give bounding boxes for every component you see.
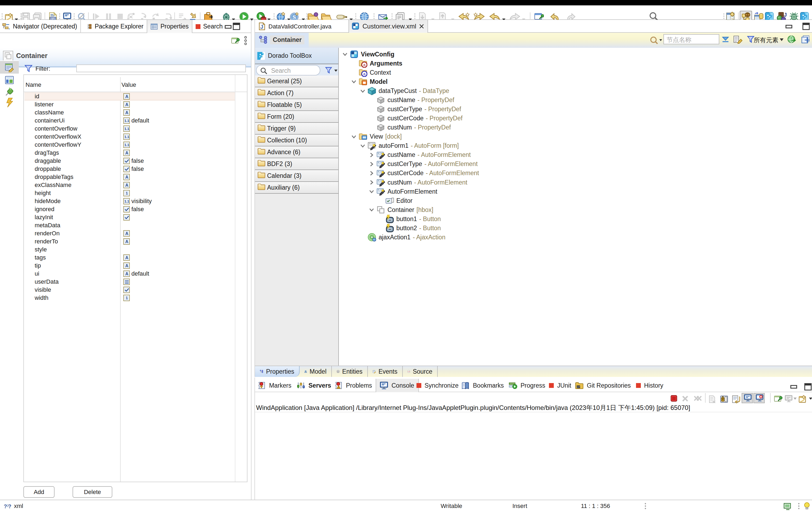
svg-text:S: S — [293, 14, 296, 21]
svg-text:A: A — [125, 183, 128, 187]
svg-text:1: 1 — [126, 296, 128, 300]
svg-text:1.1: 1.1 — [124, 199, 129, 203]
svg-text:a: a — [363, 63, 366, 67]
svg-text:J: J — [260, 24, 263, 30]
svg-text:1.1: 1.1 — [124, 127, 129, 131]
svg-text:1.1: 1.1 — [124, 135, 129, 139]
svg-text:1.1: 1.1 — [124, 143, 129, 147]
svg-text:?: ? — [8, 503, 11, 509]
svg-text:A: A — [125, 94, 128, 99]
svg-text:A: A — [125, 272, 128, 276]
svg-text:!: ! — [338, 386, 339, 389]
svg-text:1: 1 — [126, 191, 128, 195]
svg-text:A: A — [125, 111, 128, 115]
svg-text:A: A — [125, 231, 128, 236]
svg-text:A: A — [125, 264, 128, 268]
svg-text:A: A — [125, 239, 128, 244]
svg-text:a: a — [363, 72, 366, 76]
svg-text:1.1: 1.1 — [124, 119, 129, 123]
svg-text:?: ? — [4, 503, 7, 509]
svg-text:A: A — [125, 175, 128, 179]
svg-text:J: J — [784, 12, 787, 18]
svg-text:A: A — [125, 102, 128, 107]
svg-text:A: A — [125, 151, 128, 155]
svg-text:A: A — [125, 255, 128, 260]
svg-text:GIT: GIT — [577, 386, 580, 388]
